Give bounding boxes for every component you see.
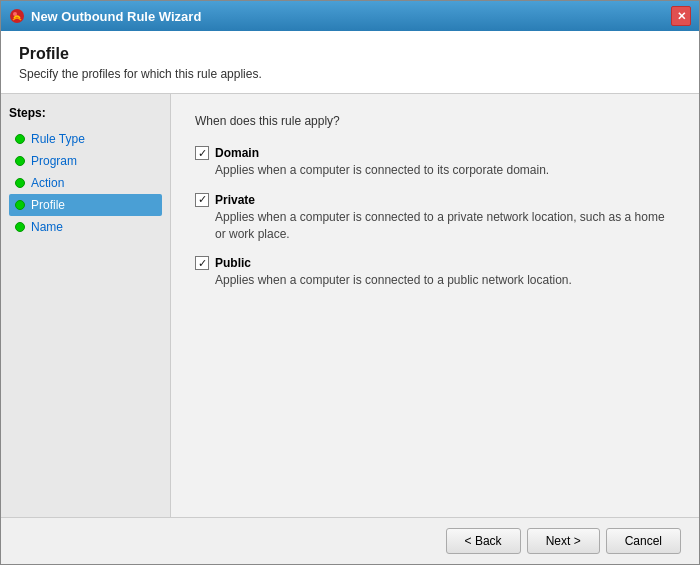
next-button[interactable]: Next > xyxy=(527,528,600,554)
header-subtitle: Specify the profiles for which this rule… xyxy=(19,67,681,81)
header-section: Profile Specify the profiles for which t… xyxy=(1,31,699,94)
sidebar-item-name[interactable]: Name xyxy=(9,216,162,238)
option-item-public: Public Applies when a computer is connec… xyxy=(195,256,675,289)
step-label-action: Action xyxy=(31,176,64,190)
step-dot-profile xyxy=(15,200,25,210)
option-header-domain: Domain xyxy=(195,146,675,160)
header-title: Profile xyxy=(19,45,681,63)
option-item-private: Private Applies when a computer is conne… xyxy=(195,193,675,243)
option-header-private: Private xyxy=(195,193,675,207)
step-label-name: Name xyxy=(31,220,63,234)
step-label-profile: Profile xyxy=(31,198,65,212)
app-icon xyxy=(9,8,25,24)
public-label: Public xyxy=(215,256,251,270)
wizard-window: New Outbound Rule Wizard ✕ Profile Speci… xyxy=(0,0,700,565)
close-button[interactable]: ✕ xyxy=(671,6,691,26)
sidebar-item-rule-type[interactable]: Rule Type xyxy=(9,128,162,150)
back-button[interactable]: < Back xyxy=(446,528,521,554)
footer: < Back Next > Cancel xyxy=(1,517,699,564)
main-panel: When does this rule apply? Domain Applie… xyxy=(171,94,699,517)
step-label-rule-type: Rule Type xyxy=(31,132,85,146)
sidebar-item-program[interactable]: Program xyxy=(9,150,162,172)
step-dot-name xyxy=(15,222,25,232)
public-checkbox[interactable] xyxy=(195,256,209,270)
title-bar-left: New Outbound Rule Wizard xyxy=(9,8,201,24)
step-label-program: Program xyxy=(31,154,77,168)
private-description: Applies when a computer is connected to … xyxy=(215,209,675,243)
step-dot-program xyxy=(15,156,25,166)
step-dot-action xyxy=(15,178,25,188)
title-bar: New Outbound Rule Wizard ✕ xyxy=(1,1,699,31)
cancel-button[interactable]: Cancel xyxy=(606,528,681,554)
step-dot-rule-type xyxy=(15,134,25,144)
option-item-domain: Domain Applies when a computer is connec… xyxy=(195,146,675,179)
title-bar-text: New Outbound Rule Wizard xyxy=(31,9,201,24)
question-text: When does this rule apply? xyxy=(195,114,675,128)
sidebar: Steps: Rule Type Program Action Profile … xyxy=(1,94,171,517)
public-description: Applies when a computer is connected to … xyxy=(215,272,675,289)
option-header-public: Public xyxy=(195,256,675,270)
sidebar-item-action[interactable]: Action xyxy=(9,172,162,194)
private-label: Private xyxy=(215,193,255,207)
domain-checkbox[interactable] xyxy=(195,146,209,160)
option-group: Domain Applies when a computer is connec… xyxy=(195,146,675,289)
sidebar-item-profile[interactable]: Profile xyxy=(9,194,162,216)
steps-label: Steps: xyxy=(9,106,162,120)
private-checkbox[interactable] xyxy=(195,193,209,207)
content-area: Steps: Rule Type Program Action Profile … xyxy=(1,94,699,517)
domain-description: Applies when a computer is connected to … xyxy=(215,162,675,179)
domain-label: Domain xyxy=(215,146,259,160)
